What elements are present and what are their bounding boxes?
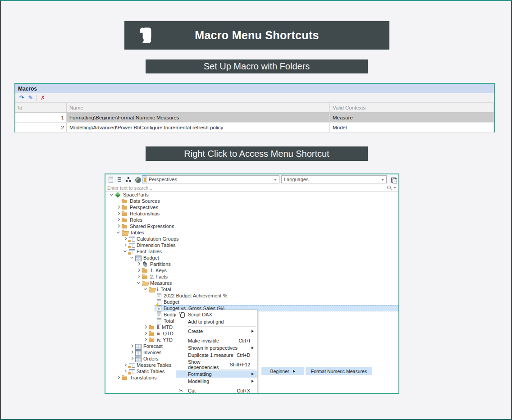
hierarchy-view-icon[interactable] — [124, 175, 133, 183]
tree-item[interactable]: SpaceParts — [105, 192, 398, 198]
expander-icon[interactable] — [136, 274, 141, 280]
translations-view-icon[interactable] — [133, 175, 142, 183]
tree-item[interactable]: Budget — [105, 255, 398, 261]
column-header-name[interactable]: Name — [67, 103, 330, 112]
menu-item-label: Script DAX — [188, 312, 250, 317]
table-group-icon — [128, 236, 135, 242]
expander-icon[interactable] — [123, 242, 128, 248]
tree-item[interactable]: Calculation Groups — [105, 236, 398, 242]
expander-icon[interactable] — [109, 192, 114, 198]
tree-item[interactable]: 1. Keys — [105, 267, 398, 274]
submenu-item-format-numeric-measures[interactable]: Format Numeric Measures — [306, 367, 372, 375]
expander-icon[interactable] — [116, 374, 121, 381]
macro-table-row[interactable]: 2 Modelling\Advanced\Power BI\Configure … — [15, 123, 494, 132]
cell-id: 2 — [15, 123, 67, 132]
expander-icon[interactable] — [136, 267, 141, 274]
context-menu-item[interactable] — [188, 386, 256, 386]
tree-item-label: Measure Tables — [137, 362, 173, 368]
expander-icon[interactable] — [143, 337, 148, 343]
tree-item[interactable]: Measures — [105, 280, 398, 286]
expander-icon[interactable] — [129, 356, 134, 362]
folder-icon — [121, 224, 128, 229]
tree-item[interactable]: Tables — [105, 229, 398, 236]
measure-icon — [155, 318, 162, 324]
expander-icon[interactable] — [116, 217, 121, 223]
database-view-icon[interactable] — [115, 175, 123, 183]
perspectives-dropdown[interactable]: Perspectives — [146, 175, 279, 183]
context-menu-item[interactable] — [188, 336, 256, 336]
model-cube-icon — [114, 192, 122, 198]
column-header-valid-contexts[interactable]: Valid Contexts — [330, 103, 494, 112]
macros-table-header: Id Name Valid Contexts — [15, 103, 494, 113]
languages-dropdown-value: Languages — [284, 177, 308, 182]
expander-icon[interactable] — [129, 255, 134, 261]
tree-item[interactable]: Fact Tables — [105, 248, 398, 255]
edit-macro-icon[interactable]: ✎ — [26, 94, 35, 102]
expander-icon[interactable] — [150, 299, 155, 305]
book-stack-icon[interactable] — [389, 175, 398, 183]
column-header-id[interactable]: Id — [15, 103, 67, 112]
tree-item[interactable]: Dimension Tables — [105, 242, 398, 248]
context-menu-item[interactable]: Shown in perspectives — [176, 344, 257, 352]
tree-item-label: Orders — [143, 356, 160, 362]
expander-icon[interactable] — [123, 362, 128, 368]
macro-table-row[interactable]: 1 Formatting\Beginner\Format Numeric Mea… — [15, 113, 494, 123]
tree-item[interactable]: Data Sources — [105, 198, 398, 204]
cell-name: Formatting\Beginner\Format Numeric Measu… — [67, 113, 330, 122]
expander-icon[interactable] — [143, 286, 148, 292]
folder-icon — [148, 337, 155, 343]
expander-icon[interactable] — [123, 236, 128, 242]
expander-icon[interactable] — [150, 292, 155, 299]
expander-icon[interactable] — [136, 280, 141, 286]
expander-icon[interactable] — [116, 229, 121, 236]
tree-item[interactable]: 2022 Budget Achievement % — [105, 292, 398, 299]
menu-item-label: Shown in perspectives — [188, 345, 250, 351]
editor-toolbar: Perspectives Languages — [105, 174, 398, 184]
measure-view-icon[interactable] — [106, 175, 114, 183]
search-icon[interactable] — [386, 185, 393, 191]
open-folder-icon — [121, 230, 128, 236]
tree-item[interactable]: Roles — [105, 217, 398, 223]
expander-icon[interactable] — [123, 368, 128, 374]
expander-icon[interactable] — [150, 318, 155, 324]
main-banner: Macro Menu Shortcuts — [124, 21, 389, 50]
expander-icon[interactable] — [129, 349, 134, 356]
chevron-down-icon[interactable] — [393, 187, 396, 188]
search-input[interactable] — [105, 185, 386, 191]
tree-item-label: i. Total — [157, 286, 173, 292]
tree-item[interactable]: Budget — [105, 299, 398, 305]
folder-icon — [121, 211, 128, 217]
context-menu-item[interactable] — [188, 326, 256, 327]
tree-item[interactable]: Perspectives — [105, 204, 398, 210]
measure-icon — [155, 293, 162, 299]
languages-dropdown[interactable]: Languages — [281, 175, 387, 183]
expander-icon[interactable] — [129, 343, 134, 349]
measure-icon — [155, 306, 162, 311]
tree-item[interactable]: Relationships — [105, 210, 398, 217]
expander-icon[interactable] — [116, 198, 121, 204]
expander-icon[interactable] — [116, 204, 121, 210]
submenu-item-beginner[interactable]: Beginner — [261, 367, 304, 375]
page-title: Macro Menu Shortcuts — [124, 29, 389, 42]
tree-item[interactable]: Shared Expressions — [105, 223, 398, 229]
submenu-arrow-icon — [250, 370, 254, 378]
expander-icon[interactable] — [143, 324, 148, 330]
expander-icon[interactable] — [116, 210, 121, 217]
expander-icon[interactable] — [150, 311, 155, 318]
expander-icon[interactable] — [136, 261, 141, 267]
expander-icon[interactable] — [123, 248, 128, 255]
measure-icon — [155, 312, 162, 318]
tree-item[interactable]: Partitions — [105, 261, 398, 267]
run-macro-icon[interactable]: ↷ — [17, 94, 26, 102]
delete-macro-icon[interactable]: ✗ — [38, 94, 47, 102]
tree-item-label: Fact Tables — [137, 248, 164, 255]
expander-icon[interactable] — [143, 330, 148, 337]
tree-item-label: Roles — [130, 217, 144, 223]
tree-item[interactable]: i. Total — [105, 286, 398, 292]
toolbar-divider[interactable] — [37, 95, 37, 101]
expander-icon[interactable] — [150, 305, 155, 311]
tree-item[interactable]: 2. Facts — [105, 274, 398, 280]
context-menu-item[interactable]: Script DAX — [176, 311, 257, 318]
tree-item-label: Tables — [130, 229, 146, 236]
expander-icon[interactable] — [116, 223, 121, 229]
